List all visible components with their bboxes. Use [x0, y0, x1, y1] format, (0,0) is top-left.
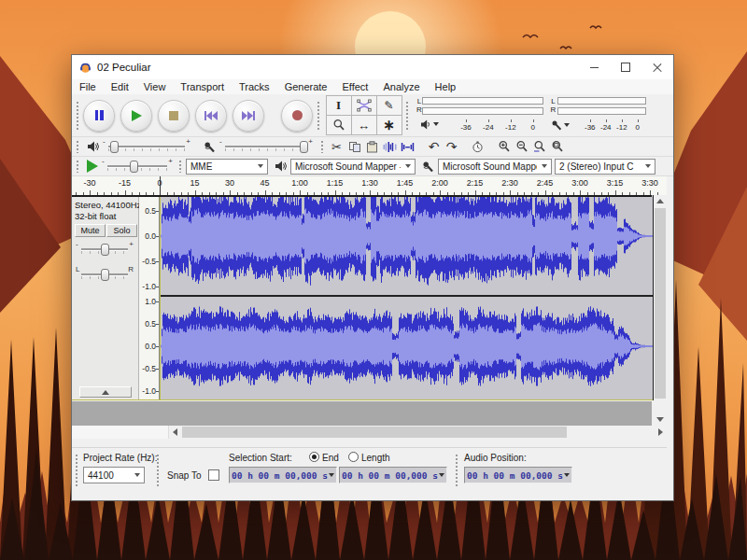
zoom-out-button[interactable] — [513, 138, 530, 156]
input-channels-dropdown[interactable]: 2 (Stereo) Input C — [555, 159, 655, 175]
tool-envelope[interactable] — [351, 95, 377, 116]
gain-thumb[interactable] — [101, 244, 109, 256]
vertical-scroll-thumb[interactable] — [655, 208, 666, 399]
menu-effect[interactable]: Effect — [335, 81, 376, 92]
snap-to-checkbox[interactable] — [208, 469, 219, 481]
scale-label-ch2: 0.5 — [145, 319, 156, 329]
project-rate-dropdown[interactable]: 44100 — [83, 467, 145, 483]
vertical-scrollbar[interactable] — [654, 195, 667, 426]
play-at-speed-button[interactable] — [87, 160, 98, 173]
menu-help[interactable]: Help — [428, 81, 464, 92]
record-icon — [292, 110, 303, 120]
fit-selection-button[interactable] — [530, 138, 548, 156]
snap-grip[interactable] — [156, 454, 160, 488]
play-button[interactable] — [120, 100, 152, 132]
playback-meter[interactable]: LR-36-24-120 — [418, 95, 543, 136]
skip-end-button[interactable] — [233, 100, 264, 132]
cut-button[interactable]: ✂ — [328, 138, 345, 156]
selection-end-field[interactable]: 00 h 00 m 00,000 s — [339, 467, 447, 483]
trim-outside-button[interactable] — [381, 138, 399, 156]
menu-file[interactable]: File — [72, 81, 104, 92]
pan-slider[interactable]: L R — [76, 267, 134, 282]
microphone-icon[interactable] — [551, 119, 570, 131]
tool-draw[interactable]: ✎ — [376, 95, 402, 116]
selection-toolbar: Project Rate (Hz): 44100 Snap To Selecti… — [72, 447, 667, 494]
menu-analyze[interactable]: Analyze — [375, 81, 427, 92]
playback-meter-scale: -36-24-120 — [418, 118, 543, 134]
recording-meter[interactable]: LR-36-24-120 — [549, 95, 646, 136]
input-volume-slider[interactable]: - + — [219, 139, 313, 154]
output-volume-thumb[interactable] — [110, 141, 119, 153]
mixer-toolbar-grip[interactable] — [76, 140, 79, 153]
menu-transport[interactable]: Transport — [173, 81, 232, 92]
stop-button[interactable] — [158, 100, 190, 132]
undo-button[interactable]: ↶ — [425, 138, 443, 156]
audio-position-grip[interactable] — [455, 454, 458, 488]
vertical-scale-ruler[interactable]: 0.50.0-0.5-1.01.00.50.0-0.5-1.0 — [139, 195, 160, 400]
menu-edit[interactable]: Edit — [104, 81, 136, 92]
audio-host-dropdown[interactable]: MME — [186, 159, 268, 175]
output-volume-slider[interactable]: - + — [103, 139, 190, 154]
transport-toolbar-grip[interactable] — [76, 101, 79, 131]
timeline-ruler[interactable]: -30-1501530451:001:151:301:452:002:152:3… — [72, 176, 667, 196]
track-control-panel[interactable]: Stereo, 44100Hz 32-bit float Mute Solo -… — [72, 195, 139, 400]
close-button[interactable] — [641, 55, 673, 79]
transcription-toolbar-grip[interactable] — [76, 160, 79, 173]
stereo-waveform[interactable] — [161, 195, 653, 399]
waveform-display[interactable] — [160, 195, 654, 400]
paste-button[interactable] — [363, 138, 381, 156]
tool-time-shift[interactable]: ↔ — [351, 115, 377, 135]
mute-button[interactable]: Mute — [75, 224, 106, 237]
play-speed-thumb[interactable] — [130, 161, 138, 173]
meter-toolbar-grip[interactable] — [405, 101, 409, 131]
minimize-button[interactable] — [578, 55, 610, 79]
selection-start-field[interactable]: 00 h 00 m 00,000 s — [229, 467, 337, 483]
output-device-dropdown[interactable]: Microsoft Sound Mapper - Outp — [290, 159, 416, 175]
skip-start-button[interactable] — [195, 100, 227, 132]
playback-meter-bars: LR — [418, 95, 543, 118]
zoom-in-button[interactable] — [495, 138, 513, 156]
tool-zoom[interactable] — [326, 115, 352, 135]
menu-generate[interactable]: Generate — [277, 81, 335, 92]
redo-button[interactable]: ↷ — [443, 138, 460, 156]
play-speed-slider[interactable]: - + — [102, 159, 173, 174]
silence-audio-button[interactable] — [399, 138, 416, 156]
sync-lock-button[interactable] — [469, 138, 486, 156]
pause-button[interactable] — [83, 100, 115, 132]
selection-toolbar-grip[interactable] — [75, 454, 78, 488]
fit-project-button[interactable] — [548, 138, 566, 156]
menu-view[interactable]: View — [136, 81, 174, 92]
maximize-button[interactable] — [610, 55, 641, 79]
horizontal-scrollbar[interactable] — [72, 426, 667, 439]
track-bitdepth-label: 32-bit float — [75, 211, 116, 221]
scroll-down-button[interactable] — [654, 413, 667, 426]
collapse-track-button[interactable] — [79, 386, 132, 398]
input-device-dropdown[interactable]: Microsoft Sound Mapper - Inpu — [438, 159, 552, 175]
tool-multi[interactable]: ∗ — [376, 115, 402, 135]
radio-length[interactable] — [348, 452, 359, 462]
record-button[interactable] — [281, 100, 313, 132]
horizontal-scroll-thumb[interactable] — [182, 427, 567, 438]
radio-end[interactable] — [309, 452, 319, 462]
copy-button[interactable] — [345, 138, 363, 156]
scroll-right-button[interactable] — [655, 426, 667, 439]
gain-slider[interactable]: - + — [76, 242, 134, 257]
solo-label: Solo — [113, 226, 130, 235]
device-toolbar-grip[interactable] — [178, 160, 182, 173]
menu-tracks[interactable]: Tracks — [232, 81, 277, 92]
pan-thumb[interactable] — [101, 269, 109, 281]
edit-toolbar-grip[interactable] — [320, 140, 324, 153]
title-bar[interactable]: 02 Peculiar — [72, 55, 673, 79]
edit-toolbar: ✂↶↷ — [328, 138, 566, 156]
scroll-up-button[interactable] — [654, 195, 667, 207]
pan-left-label: L — [76, 265, 79, 273]
solo-button[interactable]: Solo — [106, 224, 137, 237]
input-volume-thumb[interactable] — [300, 141, 308, 153]
scroll-left-button[interactable] — [169, 426, 181, 439]
speaker-icon[interactable] — [420, 119, 439, 130]
fit-selection-icon — [533, 140, 546, 153]
tool-selection[interactable]: I — [326, 95, 352, 116]
tools-toolbar-grip[interactable] — [317, 101, 320, 131]
snap-to-label: Snap To — [167, 470, 202, 481]
audio-position-field[interactable]: 00 h 00 m 00,000 s — [464, 467, 572, 483]
